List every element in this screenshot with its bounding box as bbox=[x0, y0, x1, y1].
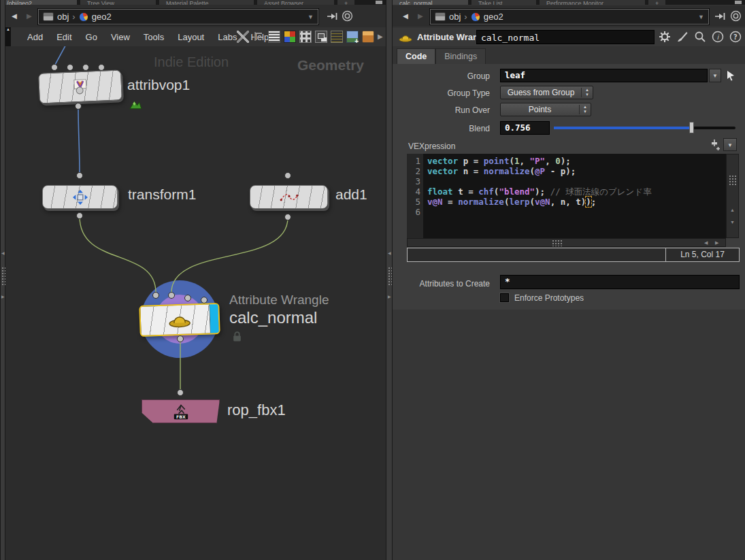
back-button[interactable]: ◄ bbox=[8, 10, 20, 22]
node-rop-fbx1[interactable]: FBX bbox=[142, 399, 220, 423]
menu-add[interactable]: Add bbox=[20, 32, 50, 42]
background-image-icon[interactable] bbox=[346, 31, 359, 43]
node-input-dot[interactable] bbox=[67, 64, 73, 71]
pin-icon[interactable] bbox=[327, 12, 339, 24]
select-arrow-icon[interactable] bbox=[725, 70, 736, 81]
enforce-prototypes-checkbox[interactable] bbox=[500, 293, 509, 302]
tab-tree-view[interactable]: Tree View bbox=[80, 0, 156, 5]
menu-tools[interactable]: Tools bbox=[137, 32, 171, 42]
left-edge-splitter[interactable]: ◀ ▶ bbox=[0, 0, 5, 560]
shelf-icon[interactable] bbox=[362, 31, 374, 43]
path-current[interactable]: geo2 bbox=[92, 12, 112, 22]
notes-list-icon[interactable] bbox=[268, 31, 280, 43]
tab-obj-geo2[interactable]: /obj/geo2 bbox=[0, 0, 78, 5]
scrollbar-grip[interactable] bbox=[729, 175, 736, 186]
attributes-to-create-input[interactable]: * bbox=[500, 275, 740, 289]
help-icon[interactable]: ? bbox=[729, 31, 742, 43]
node-input-dot[interactable] bbox=[168, 292, 175, 299]
menu-view[interactable]: View bbox=[104, 32, 137, 42]
hidden-palette-handle[interactable]: ▲ bbox=[5, 27, 11, 46]
code-vertical-scrollbar[interactable]: ▲ ▼ bbox=[726, 154, 739, 238]
scroll-up-icon[interactable]: ▲ bbox=[730, 208, 735, 212]
menu-edit[interactable]: Edit bbox=[50, 32, 78, 42]
network-editor-canvas[interactable]: Indie Edition Geometry bbox=[0, 46, 386, 560]
forward-button[interactable]: ► bbox=[414, 10, 427, 22]
template-flag-icon[interactable] bbox=[129, 99, 143, 113]
gear-icon[interactable] bbox=[659, 31, 671, 43]
target-icon[interactable] bbox=[730, 10, 742, 24]
network-path-field[interactable]: obj › geo2 ▼ bbox=[38, 9, 318, 24]
tab-calc-normal[interactable]: calc_normal bbox=[393, 0, 469, 5]
node-transform1[interactable] bbox=[42, 185, 118, 209]
spare-input-icon[interactable] bbox=[708, 139, 721, 151]
node-output-dot[interactable] bbox=[284, 214, 291, 220]
blend-slider[interactable] bbox=[554, 127, 735, 129]
scroll-right-icon[interactable]: ▶ bbox=[715, 240, 718, 246]
splitter-grip[interactable] bbox=[388, 267, 392, 286]
blend-input[interactable]: 0.756 bbox=[500, 121, 550, 135]
color-palette-icon[interactable] bbox=[284, 31, 296, 43]
tab-bindings[interactable]: Bindings bbox=[435, 48, 486, 64]
scrollbar-grip[interactable] bbox=[552, 240, 563, 246]
parameter-path-field[interactable]: obj › geo2 ▼ bbox=[430, 9, 709, 24]
pin-icon[interactable] bbox=[714, 12, 727, 24]
code-horizontal-scrollbar[interactable]: ◀ ▶ bbox=[407, 238, 726, 247]
menu-go[interactable]: Go bbox=[79, 32, 104, 42]
splitter-grip[interactable] bbox=[1, 267, 5, 286]
node-output-dot[interactable] bbox=[76, 212, 83, 219]
scroll-down-icon[interactable]: ▼ bbox=[730, 220, 735, 225]
pane-maximize-box[interactable] bbox=[376, 1, 382, 4]
node-input-dot[interactable] bbox=[284, 172, 291, 179]
path-dropdown-arrow[interactable]: ▼ bbox=[308, 14, 314, 20]
layout-grid-icon[interactable] bbox=[299, 31, 312, 43]
blend-slider-handle[interactable] bbox=[689, 122, 694, 133]
path-dropdown-arrow[interactable]: ▼ bbox=[698, 14, 704, 20]
node-input-dot[interactable] bbox=[184, 295, 191, 301]
tab-add-new[interactable]: + bbox=[648, 0, 666, 5]
scroll-left-icon[interactable]: ◀ bbox=[704, 240, 708, 246]
node-input-dot[interactable] bbox=[201, 297, 208, 303]
search-icon[interactable] bbox=[694, 31, 706, 43]
back-button[interactable]: ◄ bbox=[399, 10, 412, 22]
tab-take-list[interactable]: Take List bbox=[471, 0, 537, 5]
tab-code[interactable]: Code bbox=[397, 48, 435, 64]
node-calc-normal[interactable] bbox=[139, 303, 220, 337]
node-attribvop1[interactable] bbox=[38, 69, 122, 103]
pane-maximize-box[interactable] bbox=[735, 1, 742, 4]
group-dropdown-button[interactable]: ▼ bbox=[709, 69, 721, 82]
node-input-dot[interactable] bbox=[152, 292, 159, 299]
group-input[interactable]: leaf bbox=[500, 69, 708, 82]
node-output-dot[interactable] bbox=[177, 335, 184, 342]
node-name-field[interactable]: calc_normal bbox=[476, 30, 655, 44]
more-arrow-icon[interactable]: ▶ bbox=[378, 31, 384, 43]
menu-layout[interactable]: Layout bbox=[171, 32, 211, 42]
display-flag[interactable] bbox=[209, 304, 218, 333]
group-type-label: Group Type bbox=[393, 88, 490, 98]
info-icon[interactable]: i bbox=[712, 31, 724, 43]
tab-performance-monitor[interactable]: Performance Monitor bbox=[540, 0, 646, 5]
tab-asset-browser[interactable]: Asset Browser bbox=[257, 0, 335, 5]
group-type-dropdown[interactable]: Guess from Group ▲▼ bbox=[500, 86, 593, 99]
node-output-dot[interactable] bbox=[75, 103, 82, 110]
node-input-dot[interactable] bbox=[177, 389, 184, 396]
run-over-dropdown[interactable]: Points ▲▼ bbox=[500, 103, 591, 116]
tools-icon[interactable] bbox=[237, 31, 249, 43]
desktop-windows-icon[interactable] bbox=[315, 31, 327, 43]
forward-button[interactable]: ► bbox=[23, 10, 35, 22]
path-root[interactable]: obj bbox=[57, 12, 69, 22]
tree-view-icon[interactable] bbox=[252, 31, 265, 43]
vex-code-editor[interactable]: 123456 vector p = point(1, "P", 0);vecto… bbox=[407, 154, 726, 238]
path-current[interactable]: geo2 bbox=[484, 12, 503, 22]
node-input-dot[interactable] bbox=[82, 64, 89, 71]
brush-icon[interactable] bbox=[676, 31, 689, 43]
sticky-note-icon[interactable] bbox=[331, 31, 343, 43]
node-input-dot[interactable] bbox=[51, 64, 58, 71]
tab-material-palette[interactable]: Material Palette bbox=[159, 0, 254, 5]
vexpression-menu-button[interactable]: ▼ bbox=[723, 138, 737, 151]
target-icon[interactable] bbox=[342, 10, 353, 24]
tab-add-new[interactable]: + bbox=[337, 0, 355, 5]
path-root[interactable]: obj bbox=[449, 12, 461, 22]
pane-splitter[interactable]: ◀ ▶ bbox=[386, 0, 393, 560]
node-input-dot[interactable] bbox=[76, 172, 83, 179]
node-add1[interactable] bbox=[250, 185, 328, 209]
